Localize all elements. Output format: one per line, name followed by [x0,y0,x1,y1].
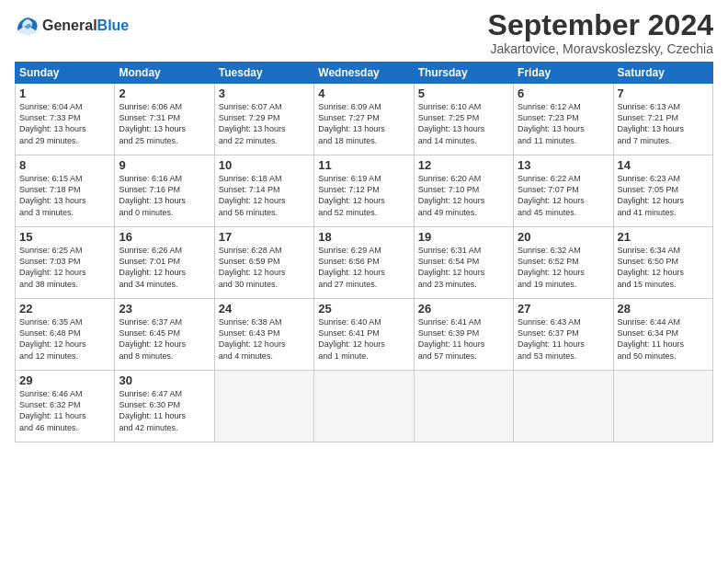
day-info: Sunrise: 6:35 AM Sunset: 6:48 PM Dayligh… [19,316,110,362]
table-row: 22Sunrise: 6:35 AM Sunset: 6:48 PM Dayli… [16,299,115,371]
table-row: 1Sunrise: 6:04 AM Sunset: 7:33 PM Daylig… [16,84,115,155]
day-number: 17 [219,230,310,244]
table-row: 2Sunrise: 6:06 AM Sunset: 7:31 PM Daylig… [115,84,214,155]
calendar-week-2: 15Sunrise: 6:25 AM Sunset: 7:03 PM Dayli… [16,227,713,299]
day-info: Sunrise: 6:19 AM Sunset: 7:12 PM Dayligh… [318,173,409,218]
day-number: 30 [119,373,210,387]
table-row: 28Sunrise: 6:44 AM Sunset: 6:34 PM Dayli… [613,299,712,371]
day-number: 11 [318,158,409,172]
day-number: 6 [518,86,609,100]
table-row: 24Sunrise: 6:38 AM Sunset: 6:43 PM Dayli… [214,299,313,371]
day-info: Sunrise: 6:07 AM Sunset: 7:29 PM Dayligh… [219,101,310,146]
location-title: Jakartovice, Moravskoslezsky, Czechia [488,41,713,56]
header-tuesday: Tuesday [214,63,313,84]
table-row [613,371,712,442]
table-row: 25Sunrise: 6:40 AM Sunset: 6:41 PM Dayli… [314,299,414,371]
day-number: 3 [219,86,310,100]
day-number: 22 [19,302,110,316]
day-info: Sunrise: 6:09 AM Sunset: 7:27 PM Dayligh… [318,101,409,146]
day-info: Sunrise: 6:44 AM Sunset: 6:34 PM Dayligh… [618,316,709,362]
day-number: 26 [418,302,509,316]
day-number: 28 [618,302,709,316]
day-info: Sunrise: 6:20 AM Sunset: 7:10 PM Dayligh… [418,173,509,218]
table-row: 14Sunrise: 6:23 AM Sunset: 7:05 PM Dayli… [613,155,712,227]
table-row [314,371,414,442]
day-info: Sunrise: 6:38 AM Sunset: 6:43 PM Dayligh… [219,316,310,362]
day-info: Sunrise: 6:18 AM Sunset: 7:14 PM Dayligh… [219,173,310,218]
day-info: Sunrise: 6:06 AM Sunset: 7:31 PM Dayligh… [119,101,210,146]
day-number: 23 [119,302,210,316]
table-row: 19Sunrise: 6:31 AM Sunset: 6:54 PM Dayli… [414,227,513,299]
day-info: Sunrise: 6:23 AM Sunset: 7:05 PM Dayligh… [618,173,709,218]
day-number: 21 [618,230,709,244]
day-number: 1 [19,86,110,100]
day-number: 16 [119,230,210,244]
table-row [514,371,613,442]
day-number: 8 [19,158,110,172]
logo: GeneralBlue [15,13,129,39]
day-number: 12 [418,158,509,172]
day-info: Sunrise: 6:13 AM Sunset: 7:21 PM Dayligh… [618,101,709,146]
day-number: 14 [618,158,709,172]
day-info: Sunrise: 6:46 AM Sunset: 6:32 PM Dayligh… [19,388,110,433]
table-row: 4Sunrise: 6:09 AM Sunset: 7:27 PM Daylig… [314,84,414,155]
month-title: September 2024 [488,9,713,41]
table-row: 17Sunrise: 6:28 AM Sunset: 6:59 PM Dayli… [214,227,313,299]
day-info: Sunrise: 6:32 AM Sunset: 6:52 PM Dayligh… [518,245,609,290]
table-row: 8Sunrise: 6:15 AM Sunset: 7:18 PM Daylig… [16,155,115,227]
day-number: 29 [19,373,110,387]
day-info: Sunrise: 6:40 AM Sunset: 6:41 PM Dayligh… [318,316,409,362]
day-info: Sunrise: 6:29 AM Sunset: 6:56 PM Dayligh… [318,245,409,290]
day-info: Sunrise: 6:04 AM Sunset: 7:33 PM Dayligh… [19,101,110,146]
day-info: Sunrise: 6:10 AM Sunset: 7:25 PM Dayligh… [418,101,509,146]
header-wednesday: Wednesday [314,63,414,84]
day-number: 27 [518,302,609,316]
calendar-week-3: 22Sunrise: 6:35 AM Sunset: 6:48 PM Dayli… [16,299,713,371]
table-row: 16Sunrise: 6:26 AM Sunset: 7:01 PM Dayli… [115,227,214,299]
day-number: 13 [518,158,609,172]
day-info: Sunrise: 6:28 AM Sunset: 6:59 PM Dayligh… [219,245,310,290]
table-row: 3Sunrise: 6:07 AM Sunset: 7:29 PM Daylig… [214,84,313,155]
title-area: September 2024 Jakartovice, Moravskoslez… [488,9,713,56]
day-number: 2 [119,86,210,100]
day-info: Sunrise: 6:41 AM Sunset: 6:39 PM Dayligh… [418,316,509,362]
page: GeneralBlue September 2024 Jakartovice, … [0,0,728,563]
day-info: Sunrise: 6:31 AM Sunset: 6:54 PM Dayligh… [418,245,509,290]
day-info: Sunrise: 6:22 AM Sunset: 7:07 PM Dayligh… [518,173,609,218]
table-row: 23Sunrise: 6:37 AM Sunset: 6:45 PM Dayli… [115,299,214,371]
header: GeneralBlue September 2024 Jakartovice, … [15,9,713,56]
day-info: Sunrise: 6:15 AM Sunset: 7:18 PM Dayligh… [19,173,110,218]
table-row: 12Sunrise: 6:20 AM Sunset: 7:10 PM Dayli… [414,155,513,227]
table-row: 15Sunrise: 6:25 AM Sunset: 7:03 PM Dayli… [16,227,115,299]
calendar-week-0: 1Sunrise: 6:04 AM Sunset: 7:33 PM Daylig… [16,84,713,155]
day-info: Sunrise: 6:12 AM Sunset: 7:23 PM Dayligh… [518,101,609,146]
day-info: Sunrise: 6:25 AM Sunset: 7:03 PM Dayligh… [19,245,110,290]
table-row: 11Sunrise: 6:19 AM Sunset: 7:12 PM Dayli… [314,155,414,227]
table-row: 26Sunrise: 6:41 AM Sunset: 6:39 PM Dayli… [414,299,513,371]
day-info: Sunrise: 6:26 AM Sunset: 7:01 PM Dayligh… [119,245,210,290]
day-info: Sunrise: 6:47 AM Sunset: 6:30 PM Dayligh… [119,388,210,433]
day-number: 5 [418,86,509,100]
table-row: 27Sunrise: 6:43 AM Sunset: 6:37 PM Dayli… [514,299,613,371]
day-number: 18 [318,230,409,244]
calendar-table: Sunday Monday Tuesday Wednesday Thursday… [15,62,713,442]
header-saturday: Saturday [613,63,712,84]
day-info: Sunrise: 6:37 AM Sunset: 6:45 PM Dayligh… [119,316,210,362]
day-number: 7 [618,86,709,100]
day-number: 10 [219,158,310,172]
header-thursday: Thursday [414,63,513,84]
table-row: 7Sunrise: 6:13 AM Sunset: 7:21 PM Daylig… [613,84,712,155]
header-sunday: Sunday [16,63,115,84]
table-row: 9Sunrise: 6:16 AM Sunset: 7:16 PM Daylig… [115,155,214,227]
day-number: 20 [518,230,609,244]
table-row [414,371,513,442]
table-row: 10Sunrise: 6:18 AM Sunset: 7:14 PM Dayli… [214,155,313,227]
table-row: 29Sunrise: 6:46 AM Sunset: 6:32 PM Dayli… [16,371,115,442]
day-info: Sunrise: 6:43 AM Sunset: 6:37 PM Dayligh… [518,316,609,362]
day-number: 15 [19,230,110,244]
day-info: Sunrise: 6:34 AM Sunset: 6:50 PM Dayligh… [618,245,709,290]
header-friday: Friday [514,63,613,84]
table-row: 6Sunrise: 6:12 AM Sunset: 7:23 PM Daylig… [514,84,613,155]
weekday-header-row: Sunday Monday Tuesday Wednesday Thursday… [16,63,713,84]
table-row: 20Sunrise: 6:32 AM Sunset: 6:52 PM Dayli… [514,227,613,299]
